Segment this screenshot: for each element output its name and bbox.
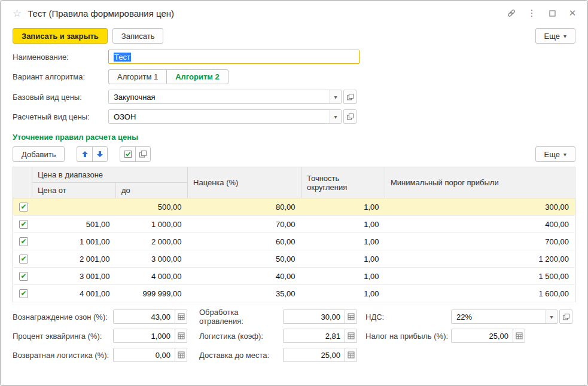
col-price-to-header[interactable]: до	[116, 183, 188, 198]
cell-price-to[interactable]: 3 000,00	[116, 250, 188, 268]
row-checkbox[interactable]: ✔	[19, 220, 28, 229]
more-button[interactable]: Еще ▾	[535, 28, 575, 44]
base-price-open-button[interactable]	[343, 90, 357, 104]
cell-rounding[interactable]: 1,00	[301, 250, 385, 268]
cell-price-to[interactable]: 999 999,00	[116, 285, 188, 302]
col-price-from-header[interactable]: Цена от	[32, 183, 116, 198]
save-and-close-button[interactable]: Записать и закрыть	[13, 28, 108, 44]
open-icon	[346, 113, 354, 121]
base-price-combo[interactable]: Закупочная ▾	[108, 90, 342, 104]
vat-dropdown-button[interactable]: ▾	[546, 310, 557, 323]
delivery-input[interactable]: 25,00	[283, 348, 345, 362]
table-row[interactable]: ✔ 1 001,00 2 000,00 60,00 1,00 700,00	[13, 233, 575, 250]
table-row[interactable]: ✔ 2 001,00 3 000,00 50,00 1,00 1 200,00	[13, 250, 575, 268]
params-column-2: Обработка отравления: 30,00 Логистика (к…	[199, 310, 365, 367]
set-all-flags-button[interactable]	[120, 146, 135, 162]
cell-rounding[interactable]: 1,00	[301, 198, 385, 216]
row-checkbox[interactable]: ✔	[19, 255, 28, 264]
chevron-down-icon: ▾	[563, 151, 566, 158]
cell-price-from[interactable]: 501,00	[32, 216, 116, 233]
table-row[interactable]: ✔ 501,00 1 000,00 70,00 1,00 400,00	[13, 216, 575, 233]
move-down-button[interactable]	[92, 146, 108, 162]
col-range-header[interactable]: Цена в диапазоне	[32, 167, 188, 183]
cell-price-from[interactable]	[32, 198, 116, 216]
check-icon: ✔	[20, 290, 26, 297]
ozon-fee-input[interactable]: 43,00	[113, 310, 175, 324]
params-column-3: НДС: 22% ▾ Налог на	[365, 310, 572, 367]
maximize-button[interactable]	[547, 8, 557, 19]
cell-price-from[interactable]: 3 001,00	[32, 268, 116, 285]
cell-price-to[interactable]: 2 000,00	[116, 233, 188, 250]
cell-markup[interactable]: 60,00	[188, 233, 301, 250]
algorithm-switch: Алгоритм 1 Алгоритм 2	[108, 69, 229, 84]
algorithm-option-2-button[interactable]: Алгоритм 2	[166, 69, 229, 84]
logistics-input[interactable]: 2,81	[283, 329, 345, 343]
cell-markup[interactable]: 70,00	[188, 216, 301, 233]
close-icon: ✕	[569, 8, 577, 19]
row-checkbox[interactable]: ✔	[19, 289, 28, 298]
cell-price-from[interactable]: 2 001,00	[32, 250, 116, 268]
return-logistics-input[interactable]: 0,00	[113, 348, 175, 362]
processing-input[interactable]: 30,00	[283, 310, 345, 324]
cell-markup[interactable]: 80,00	[188, 198, 301, 216]
calc-price-label: Расчетный вид цены:	[13, 112, 108, 121]
table-more-button[interactable]: Еще ▾	[535, 146, 575, 162]
algorithm-option-1-button[interactable]: Алгоритм 1	[108, 69, 166, 84]
cell-min-profit[interactable]: 1 600,00	[385, 285, 575, 302]
cell-markup[interactable]: 50,00	[188, 250, 301, 268]
save-button[interactable]: Записать	[112, 28, 164, 44]
row-checkbox[interactable]: ✔	[19, 237, 28, 246]
row-checkbox[interactable]: ✔	[19, 272, 28, 281]
cell-price-to[interactable]: 1 000,00	[116, 216, 188, 233]
cell-rounding[interactable]: 1,00	[301, 233, 385, 250]
calc-price-open-button[interactable]	[343, 109, 357, 124]
profit-tax-input[interactable]: 25,00	[451, 329, 513, 343]
calc-price-combo[interactable]: ОЗОН ▾	[108, 109, 342, 124]
cell-min-profit[interactable]: 1 500,00	[385, 268, 575, 285]
ozon-fee-calc-button[interactable]	[175, 310, 187, 324]
cell-price-to[interactable]: 4 000,00	[116, 268, 188, 285]
cell-min-profit[interactable]: 400,00	[385, 216, 575, 233]
acquiring-calc-button[interactable]	[175, 329, 187, 343]
cell-rounding[interactable]: 1,00	[301, 268, 385, 285]
row-checkbox[interactable]: ✔	[19, 203, 28, 212]
return-logistics-calc-button[interactable]	[175, 348, 187, 362]
col-markup-header[interactable]: Наценка (%)	[188, 167, 301, 198]
move-up-button[interactable]	[77, 146, 92, 162]
cell-markup[interactable]: 35,00	[188, 285, 301, 302]
cell-min-profit[interactable]: 700,00	[385, 233, 575, 250]
logistics-calc-button[interactable]	[345, 329, 357, 343]
table-row[interactable]: ✔ 3 001,00 4 000,00 40,00 1,00 1 500,00	[13, 268, 575, 285]
delivery-calc-button[interactable]	[345, 348, 357, 362]
base-price-dropdown-button[interactable]: ▾	[330, 90, 341, 103]
profit-tax-calc-button[interactable]	[513, 329, 525, 343]
logistics-label: Логистика (коэф):	[199, 332, 283, 341]
cell-rounding[interactable]: 1,00	[301, 285, 385, 302]
acquiring-input[interactable]: 1,000	[113, 329, 175, 343]
name-input[interactable]: Тест	[108, 50, 359, 64]
copy-link-button[interactable]	[506, 8, 517, 19]
cell-price-to[interactable]: 500,00	[116, 198, 188, 216]
col-rounding-header[interactable]: Точность округления	[301, 167, 385, 198]
cell-price-from[interactable]: 1 001,00	[32, 233, 116, 250]
favorite-star-icon[interactable]: ☆	[13, 7, 22, 20]
chevron-down-icon: ▾	[334, 114, 337, 120]
window-menu-button[interactable]: ⋮	[526, 8, 537, 19]
cell-min-profit[interactable]: 300,00	[385, 198, 575, 216]
cell-min-profit[interactable]: 1 200,00	[385, 250, 575, 268]
col-checkbox-header[interactable]	[13, 167, 32, 198]
close-button[interactable]: ✕	[567, 8, 578, 19]
table-row[interactable]: ✔ 500,00 80,00 1,00 300,00	[13, 198, 575, 216]
cell-markup[interactable]: 40,00	[188, 268, 301, 285]
vat-combo[interactable]: 22% ▾	[451, 310, 557, 324]
calc-price-dropdown-button[interactable]: ▾	[330, 110, 341, 123]
processing-calc-button[interactable]	[345, 310, 357, 324]
cell-price-from[interactable]: 4 001,00	[32, 285, 116, 302]
table-row[interactable]: ✔ 4 001,00 999 999,00 35,00 1,00 1 600,0…	[13, 285, 575, 302]
col-min-profit-header[interactable]: Минимальный порог прибыли	[385, 167, 575, 198]
add-row-button[interactable]: Добавить	[13, 146, 65, 162]
clear-all-flags-button[interactable]	[135, 146, 151, 162]
cell-rounding[interactable]: 1,00	[301, 216, 385, 233]
base-price-field-row: Базовый вид цены: Закупочная ▾	[13, 90, 575, 104]
vat-open-button[interactable]	[559, 310, 572, 324]
